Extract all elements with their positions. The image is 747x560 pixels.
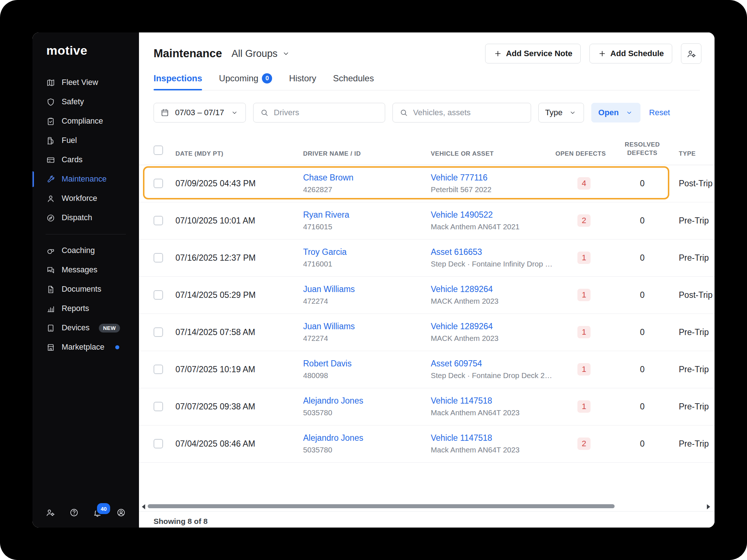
sidebar-item-maintenance[interactable]: Maintenance bbox=[32, 170, 139, 189]
sidebar-item-reports[interactable]: Reports bbox=[32, 299, 139, 318]
scroll-left-arrow[interactable] bbox=[142, 504, 145, 509]
driver-link[interactable]: Alejandro Jones bbox=[303, 433, 431, 443]
vehicle-link[interactable]: Vehicle 1289264 bbox=[431, 322, 562, 331]
group-selector[interactable]: All Groups bbox=[232, 48, 290, 59]
vehicle-info: Mack Anthem AN64T 2023 bbox=[431, 446, 556, 454]
driver-link[interactable]: Robert Davis bbox=[303, 359, 431, 369]
open-defects-badge[interactable]: 2 bbox=[577, 214, 591, 227]
add-service-note-button[interactable]: Add Service Note bbox=[485, 44, 581, 63]
type-filter[interactable]: Type bbox=[538, 103, 584, 122]
sidebar-item-dispatch[interactable]: Dispatch bbox=[32, 208, 139, 228]
table-row[interactable]: 07/04/2025 08:46 AM Alejandro Jones 5035… bbox=[139, 425, 715, 463]
vehicle-link[interactable]: Vehicle 777116 bbox=[431, 173, 562, 183]
vehicles-search-input[interactable] bbox=[413, 108, 524, 118]
row-checkbox[interactable] bbox=[154, 439, 163, 448]
open-defects-badge[interactable]: 1 bbox=[577, 363, 591, 376]
chevron-down-icon bbox=[230, 109, 239, 116]
row-checkbox[interactable] bbox=[154, 179, 163, 188]
status-filter-open[interactable]: Open bbox=[591, 103, 640, 122]
vehicle-info: Peterbilt 567 2022 bbox=[431, 185, 556, 194]
driver-link[interactable]: Juan Williams bbox=[303, 322, 431, 331]
tab-history[interactable]: History bbox=[289, 73, 316, 90]
sidebar-item-devices[interactable]: DevicesNEW bbox=[32, 318, 139, 338]
compliance-icon bbox=[46, 117, 55, 126]
sidebar-item-cards[interactable]: Cards bbox=[32, 150, 139, 170]
inspection-type: Pre-Trip bbox=[679, 439, 715, 449]
vehicle-link[interactable]: Vehicle 1490522 bbox=[431, 210, 562, 220]
open-defects-badge[interactable]: 4 bbox=[577, 177, 591, 190]
tab-upcoming[interactable]: Upcoming 0 bbox=[219, 73, 272, 90]
vehicle-link[interactable]: Asset 616653 bbox=[431, 247, 562, 257]
tab-inspections[interactable]: Inspections bbox=[154, 73, 202, 90]
filter-bar: 07/03 – 07/17 Type Open bbox=[154, 103, 700, 122]
sidebar-item-label: Fuel bbox=[62, 136, 77, 145]
notification-badge: 40 bbox=[96, 502, 111, 515]
row-checkbox[interactable] bbox=[154, 327, 163, 337]
row-checkbox[interactable] bbox=[154, 290, 163, 300]
inspection-type: Pre-Trip bbox=[679, 216, 715, 226]
cell-date: 07/14/2025 05:29 PM bbox=[175, 290, 303, 300]
driver-link[interactable]: Alejandro Jones bbox=[303, 396, 431, 406]
driver-link[interactable]: Troy Garcia bbox=[303, 247, 431, 257]
open-defects-badge[interactable]: 1 bbox=[577, 400, 591, 413]
status-filter-label: Open bbox=[598, 108, 619, 117]
sidebar-item-workforce[interactable]: Workforce bbox=[32, 189, 139, 208]
driver-link[interactable]: Ryan Rivera bbox=[303, 210, 431, 220]
open-defects-badge[interactable]: 2 bbox=[577, 438, 591, 450]
page-title: Maintenance bbox=[154, 47, 222, 60]
row-checkbox[interactable] bbox=[154, 402, 163, 411]
table-row[interactable]: 07/09/2025 04:43 PM Chase Brown 4262827 … bbox=[139, 165, 715, 202]
notifications-button[interactable]: 40 bbox=[93, 508, 102, 517]
tab-schedules[interactable]: Schedules bbox=[333, 73, 374, 90]
vehicle-link[interactable]: Vehicle 1147518 bbox=[431, 433, 562, 443]
sidebar-item-safety[interactable]: Safety bbox=[32, 92, 139, 112]
cell-driver: Robert Davis 480098 bbox=[303, 359, 431, 380]
account-icon[interactable] bbox=[116, 508, 126, 517]
sidebar-item-marketplace[interactable]: Marketplace bbox=[32, 338, 139, 357]
vehicles-search[interactable] bbox=[392, 103, 531, 122]
drivers-search[interactable] bbox=[253, 103, 385, 122]
vehicle-link[interactable]: Vehicle 1289264 bbox=[431, 284, 562, 294]
table-row[interactable]: 07/14/2025 07:58 AM Juan Williams 472274… bbox=[139, 314, 715, 351]
sidebar-item-compliance[interactable]: Compliance bbox=[32, 112, 139, 131]
chevron-down-icon bbox=[568, 109, 577, 116]
sidebar-item-fuel[interactable]: Fuel bbox=[32, 131, 139, 150]
select-all-checkbox[interactable] bbox=[154, 145, 163, 155]
table-row[interactable]: 07/07/2025 10:19 AM Robert Davis 480098 … bbox=[139, 351, 715, 388]
date-range-picker[interactable]: 07/03 – 07/17 bbox=[154, 103, 246, 122]
driver-link[interactable]: Juan Williams bbox=[303, 284, 431, 294]
help-icon[interactable] bbox=[69, 508, 79, 517]
scrollbar-thumb[interactable] bbox=[148, 504, 615, 508]
drivers-search-input[interactable] bbox=[273, 108, 378, 118]
sidebar-item-documents[interactable]: Documents bbox=[32, 280, 139, 299]
sidebar-item-fleet-view[interactable]: Fleet View bbox=[32, 73, 139, 92]
row-checkbox[interactable] bbox=[154, 253, 163, 262]
admin-settings-button[interactable] bbox=[681, 43, 701, 64]
reset-filters-link[interactable]: Reset bbox=[649, 108, 670, 117]
row-count-summary: Showing 8 of 8 bbox=[139, 511, 715, 528]
add-schedule-button[interactable]: Add Schedule bbox=[589, 44, 672, 63]
table-row[interactable]: 07/14/2025 05:29 PM Juan Williams 472274… bbox=[139, 277, 715, 314]
row-checkbox[interactable] bbox=[154, 216, 163, 225]
driver-link[interactable]: Chase Brown bbox=[303, 173, 431, 183]
sidebar-item-messages[interactable]: Messages bbox=[32, 260, 139, 280]
vehicle-link[interactable]: Vehicle 1147518 bbox=[431, 396, 562, 406]
table-row[interactable]: 07/16/2025 12:37 PM Troy Garcia 4716001 … bbox=[139, 240, 715, 277]
column-driver: DRIVER NAME / ID bbox=[303, 150, 431, 158]
upcoming-count-badge: 0 bbox=[262, 73, 272, 83]
horizontal-scrollbar bbox=[139, 501, 715, 511]
open-defects-badge[interactable]: 1 bbox=[577, 326, 591, 338]
table-row[interactable]: 07/07/2025 09:38 AM Alejandro Jones 5035… bbox=[139, 388, 715, 425]
admin-settings-icon[interactable] bbox=[46, 508, 55, 517]
open-defects-badge[interactable]: 1 bbox=[577, 289, 591, 301]
scroll-right-arrow[interactable] bbox=[707, 504, 710, 509]
open-defects-badge[interactable]: 1 bbox=[577, 252, 591, 264]
cell-open-defects: 1 bbox=[562, 289, 606, 301]
vehicle-link[interactable]: Asset 609754 bbox=[431, 359, 562, 369]
cell-open-defects: 4 bbox=[562, 177, 606, 190]
cell-date: 07/10/2025 10:01 AM bbox=[175, 216, 303, 226]
sidebar-item-coaching[interactable]: Coaching bbox=[32, 241, 139, 260]
table-row[interactable]: 07/10/2025 10:01 AM Ryan Rivera 4716015 … bbox=[139, 202, 715, 240]
dispatch-icon bbox=[46, 214, 55, 222]
row-checkbox[interactable] bbox=[154, 365, 163, 374]
